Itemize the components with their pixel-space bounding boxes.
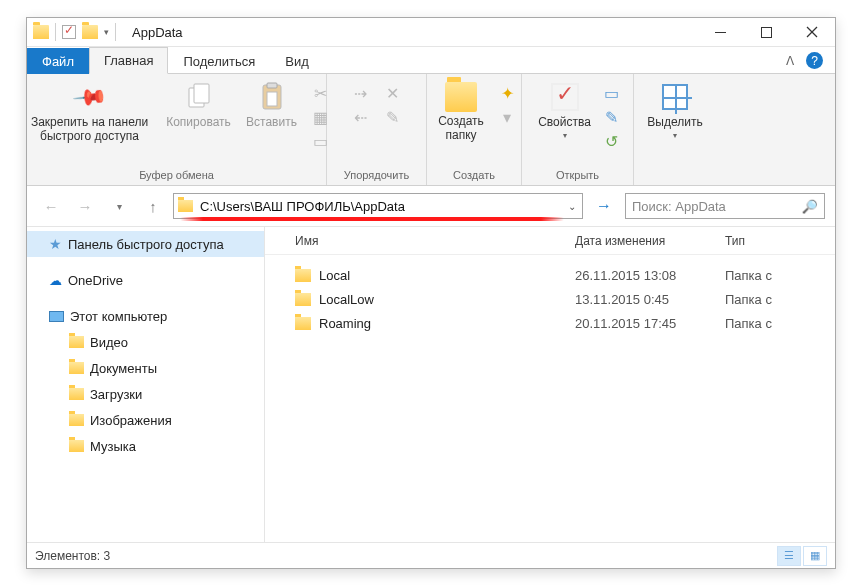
address-bar-row: ← → ▾ ↑ C:\Users\ВАШ ПРОФИЛЬ\AppData ⌄ →…	[27, 186, 835, 226]
properties-icon	[549, 81, 581, 113]
nav-back-button[interactable]: ←	[37, 193, 65, 219]
easy-access-button[interactable]: ▾	[494, 106, 520, 128]
nav-recent-dropdown[interactable]: ▾	[105, 193, 133, 219]
tab-home[interactable]: Главная	[89, 47, 168, 74]
collapse-ribbon-icon[interactable]: ᐱ	[786, 54, 794, 68]
nav-forward-button[interactable]: →	[71, 193, 99, 219]
quick-access-check-icon[interactable]	[62, 25, 76, 39]
address-dropdown-icon[interactable]: ⌄	[562, 201, 582, 212]
file-date: 20.11.2015 17:45	[575, 316, 725, 331]
sidebar-item-quick-access[interactable]: ★ Панель быстрого доступа	[27, 231, 264, 257]
select-label: Выделить	[647, 115, 702, 129]
column-date[interactable]: Дата изменения	[575, 234, 725, 248]
sidebar-item-this-pc[interactable]: Этот компьютер	[27, 303, 264, 329]
svg-rect-8	[267, 92, 277, 106]
computer-icon	[49, 311, 64, 322]
paste-label: Вставить	[246, 115, 297, 129]
select-button[interactable]: Выделить ▾	[639, 78, 711, 140]
close-button[interactable]	[789, 18, 835, 47]
pin-to-quick-access-button[interactable]: 📌 Закрепить на панели быстрого доступа	[20, 78, 160, 144]
folder-icon	[69, 336, 84, 348]
file-row[interactable]: Local26.11.2015 13:08Папка с	[265, 263, 835, 287]
column-type[interactable]: Тип	[725, 234, 835, 248]
sidebar-item-video[interactable]: Видео	[27, 329, 264, 355]
group-organize-label: Упорядочить	[344, 167, 409, 185]
navigation-pane[interactable]: ★ Панель быстрого доступа ☁ OneDrive Это…	[27, 227, 265, 542]
rename-button[interactable]: ✎	[380, 106, 406, 128]
file-row[interactable]: Roaming20.11.2015 17:45Папка с	[265, 311, 835, 335]
cloud-icon: ☁	[49, 273, 62, 288]
folder-icon	[82, 25, 98, 39]
file-name: Roaming	[319, 316, 371, 331]
view-thumbnails-button[interactable]: ▦	[803, 546, 827, 566]
properties-button[interactable]: Свойства ▾	[531, 78, 599, 140]
ribbon-tabs: Файл Главная Поделиться Вид ᐱ ?	[27, 47, 835, 74]
annotation-underline	[180, 217, 564, 221]
tab-share[interactable]: Поделиться	[168, 48, 270, 74]
copy-to-button[interactable]: ⇠	[348, 106, 374, 128]
sidebar-item-onedrive[interactable]: ☁ OneDrive	[27, 267, 264, 293]
file-list[interactable]: Имя Дата изменения Тип Local26.11.2015 1…	[265, 227, 835, 542]
tab-file[interactable]: Файл	[27, 48, 89, 74]
file-type: Папка с	[725, 316, 835, 331]
status-item-count: Элементов: 3	[35, 549, 110, 563]
tab-view[interactable]: Вид	[270, 48, 324, 74]
file-name: LocalLow	[319, 292, 374, 307]
sidebar-thispc-label: Этот компьютер	[70, 309, 167, 324]
star-icon: ★	[49, 236, 62, 252]
folder-icon	[69, 440, 84, 452]
svg-rect-5	[194, 84, 209, 103]
address-path: C:\Users\ВАШ ПРОФИЛЬ\AppData	[196, 199, 562, 214]
explorer-window: ▾ AppData Файл Главная Поделиться Вид ᐱ …	[26, 17, 836, 569]
edit-button[interactable]: ✎	[599, 106, 625, 128]
new-item-button[interactable]: ✦	[494, 82, 520, 104]
file-type: Папка с	[725, 292, 835, 307]
delete-button[interactable]: ✕	[380, 82, 406, 104]
sidebar-item-documents[interactable]: Документы	[27, 355, 264, 381]
folder-icon	[69, 362, 84, 374]
sidebar-item-pictures[interactable]: Изображения	[27, 407, 264, 433]
folder-icon	[69, 388, 84, 400]
window-title: AppData	[132, 25, 183, 40]
ribbon: 📌 Закрепить на панели быстрого доступа К…	[27, 74, 835, 186]
go-button[interactable]: →	[589, 193, 619, 219]
sidebar-onedrive-label: OneDrive	[68, 273, 123, 288]
copy-button[interactable]: Копировать	[160, 78, 238, 129]
pin-label: Закрепить на панели быстрого доступа	[20, 115, 160, 144]
folder-icon	[69, 414, 84, 426]
search-placeholder: Поиск: AppData	[632, 199, 726, 214]
sidebar-item-downloads[interactable]: Загрузки	[27, 381, 264, 407]
maximize-icon	[761, 27, 772, 38]
paste-button[interactable]: Вставить	[238, 78, 306, 129]
properties-label: Свойства	[538, 115, 591, 129]
address-bar[interactable]: C:\Users\ВАШ ПРОФИЛЬ\AppData ⌄	[173, 193, 583, 219]
maximize-button[interactable]	[743, 18, 789, 47]
svg-rect-1	[761, 27, 771, 37]
nav-up-button[interactable]: ↑	[139, 193, 167, 219]
view-details-button[interactable]: ☰	[777, 546, 801, 566]
history-button[interactable]: ↺	[599, 130, 625, 152]
status-bar: Элементов: 3 ☰ ▦	[27, 542, 835, 568]
column-headers[interactable]: Имя Дата изменения Тип	[265, 227, 835, 255]
new-folder-button[interactable]: Создать папку	[428, 78, 494, 143]
search-icon: 🔍	[802, 199, 818, 214]
quick-access-dropdown-icon[interactable]: ▾	[104, 27, 109, 37]
file-row[interactable]: LocalLow13.11.2015 0:45Папка с	[265, 287, 835, 311]
column-name[interactable]: Имя	[265, 234, 575, 248]
file-date: 13.11.2015 0:45	[575, 292, 725, 307]
file-date: 26.11.2015 13:08	[575, 268, 725, 283]
help-icon[interactable]: ?	[806, 52, 823, 69]
folder-icon	[295, 317, 311, 330]
search-input[interactable]: Поиск: AppData 🔍	[625, 193, 825, 219]
new-folder-label: Создать папку	[428, 115, 494, 143]
group-clipboard-label: Буфер обмена	[139, 167, 214, 185]
open-button[interactable]: ▭	[599, 82, 625, 104]
content-area: ★ Панель быстрого доступа ☁ OneDrive Это…	[27, 226, 835, 542]
sidebar-downloads-label: Загрузки	[90, 387, 142, 402]
sidebar-item-music[interactable]: Музыка	[27, 433, 264, 459]
file-type: Папка с	[725, 268, 835, 283]
folder-icon	[295, 293, 311, 306]
minimize-button[interactable]	[697, 18, 743, 47]
move-to-button[interactable]: ⇢	[348, 82, 374, 104]
sidebar-video-label: Видео	[90, 335, 128, 350]
